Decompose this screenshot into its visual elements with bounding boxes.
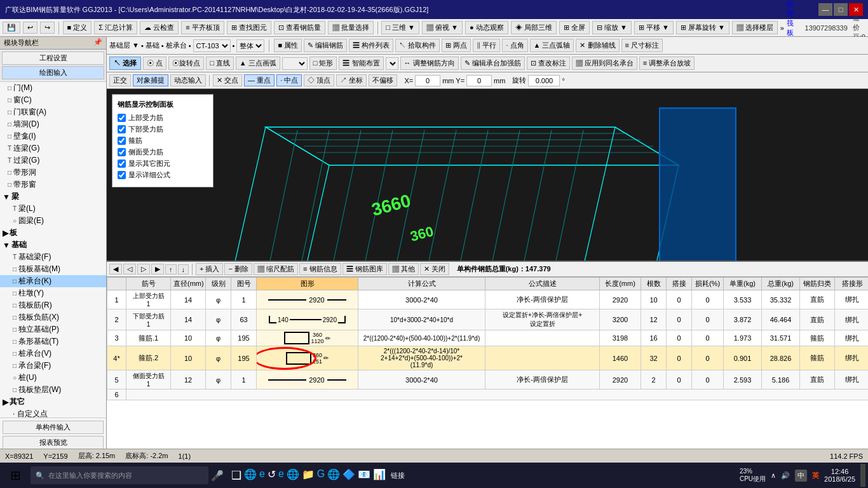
table-row[interactable]: 2 下部受力筋1 14 φ 63 140 [107, 309, 869, 330]
app1-icon[interactable]: G [317, 468, 325, 482]
sidebar-item-raft-cushion[interactable]: □ 筏板垫层(W) [0, 384, 106, 396]
rebar-library-button[interactable]: ☰ 钢筋图库 [342, 263, 387, 275]
sidebar-pin[interactable]: 📌 [93, 38, 102, 48]
taskview-icon[interactable]: ❑ [231, 468, 241, 482]
sidebar-item-lintel[interactable]: T 过梁(G) [0, 154, 106, 166]
3d-viewport[interactable]: 3660 360 251 [107, 89, 868, 261]
app2-icon[interactable]: 🌐 [327, 468, 340, 482]
other-option[interactable]: 显示其它图元 [118, 159, 208, 168]
y-input[interactable] [466, 75, 492, 86]
start-button[interactable]: ⊞ [3, 464, 28, 487]
link-label[interactable]: 链接 [391, 471, 405, 480]
nav-prev-button[interactable]: ◁ [123, 264, 136, 274]
table-row-empty[interactable]: 6 [107, 390, 869, 400]
apply-same-cap-button[interactable]: ▦ 应用到同名承台 [572, 57, 637, 70]
rect-button[interactable]: □ 矩形 [309, 57, 337, 70]
calculate-button[interactable]: Σ 汇总计算 [94, 21, 137, 34]
point-angle-button[interactable]: · 点角 [502, 39, 527, 52]
sidebar-group-beam[interactable]: ▼ 梁 [0, 191, 106, 203]
no-offset-button[interactable]: 不偏移 [369, 74, 397, 86]
find-element-button[interactable]: ⊞ 查找图元 [227, 21, 271, 34]
undo-button[interactable]: ↩ [23, 22, 37, 34]
stirrup-option[interactable]: 箍筋 [118, 136, 208, 146]
cell-shape[interactable]: 2920 [257, 370, 358, 390]
sidebar-item-strip-opening[interactable]: □ 带形洞 [0, 166, 106, 179]
sidebar-item-beam[interactable]: T 梁(L) [0, 203, 106, 215]
x-input[interactable] [415, 75, 440, 86]
line-mode-button[interactable]: □ 直线 [206, 57, 234, 70]
report-preview-button[interactable]: 报表预览 [3, 436, 104, 449]
sidebar-item-niche[interactable]: □ 壁龛(I) [0, 130, 106, 142]
sidebar-item-doorwindow[interactable]: □ 门联窗(A) [0, 106, 106, 118]
check-annotation-button[interactable]: ⊡ 查改标注 [527, 57, 570, 70]
pan-button[interactable]: ⊞ 平移 ▼ [634, 21, 674, 34]
vertex-snap[interactable]: ◇ 顶点 [304, 74, 334, 86]
edit-cap-rebar-button[interactable]: ✎ 编辑承台加强筋 [461, 57, 525, 70]
email-icon[interactable]: 📧 [358, 468, 370, 482]
bottom-rebar-checkbox[interactable] [118, 125, 126, 133]
project-settings-button[interactable]: 工程设置 [2, 51, 104, 65]
edit-rebar-button[interactable]: ✎ 编辑钢筋 [304, 39, 347, 52]
smart-selector[interactable] [386, 57, 398, 70]
cell-shape[interactable]: 360 1120 ✏ [257, 330, 358, 346]
single-element-input-button[interactable]: 单构件输入 [3, 421, 104, 434]
fullscreen-button[interactable]: ⊞ 全屏 [559, 21, 590, 34]
more-button[interactable]: » [780, 24, 784, 32]
center-snap[interactable]: · 中点 [276, 74, 302, 86]
cloud-check-button[interactable]: ☁ 云检查 [140, 21, 179, 34]
side-rebar-checkbox[interactable] [118, 148, 126, 156]
delete-button[interactable]: − 删除 [224, 263, 252, 275]
rotate-button[interactable]: ⊞ 屏幕旋转 ▼ [676, 21, 729, 34]
shape-selector[interactable] [282, 57, 308, 70]
folder-icon[interactable]: 📁 [302, 468, 315, 482]
two-point-button[interactable]: ⊞ 两点 [442, 39, 471, 52]
element-selector[interactable]: CT-103 [193, 39, 231, 52]
three-point-arc-draw[interactable]: ▲ 三点画弧 [236, 57, 280, 70]
sidebar-group-slab[interactable]: ▶ 板 [0, 227, 106, 239]
table-container[interactable]: 筋号 直径(mm) 级别 图号 图形 计算公式 公式描述 长度(mm) 根数 搭… [107, 277, 868, 449]
orthogonal-button[interactable]: 正交 [109, 74, 131, 86]
sidebar-item-column-head[interactable]: □ 柱墩(Y) [0, 287, 106, 299]
dim-note-button[interactable]: ≡ 尺寸标注 [621, 39, 663, 52]
sidebar-item-strip-window[interactable]: □ 带形窗 [0, 179, 106, 191]
nav-last-button[interactable]: ▶ [151, 264, 164, 274]
component-list-button[interactable]: ☰ 构件列表 [349, 39, 393, 52]
edit-icon[interactable]: ✏ [325, 335, 330, 342]
table-row[interactable]: 3 箍筋.1 10 φ 195 [107, 330, 869, 346]
dynamic-view-button[interactable]: ● 动态观察 [465, 21, 508, 34]
formula-checkbox[interactable] [118, 171, 126, 179]
sidebar-item-wallopening[interactable]: □ 墙洞(D) [0, 118, 106, 130]
nav-next-button[interactable]: ▷ [137, 264, 150, 274]
point-mode-button[interactable]: ☉ 点 [143, 57, 166, 70]
network-icon[interactable]: 🌐 [244, 468, 257, 482]
sidebar-item-foundation-beam[interactable]: T 基础梁(F) [0, 251, 106, 263]
view-rebar-button[interactable]: ⊡ 查看钢筋量 [274, 21, 325, 34]
side-rebar-option[interactable]: 侧面受力筋 [118, 147, 208, 157]
smart-layout-button[interactable]: ☰ 智能布置 [339, 57, 383, 70]
ie-icon[interactable]: e [259, 468, 265, 482]
nav-first-button[interactable]: ◀ [109, 264, 122, 274]
3d-button[interactable]: □ 三维 ▼ [381, 21, 419, 34]
zoom-button[interactable]: ⊟ 缩放 ▼ [592, 21, 632, 34]
select-mode-button[interactable]: ↖ 选择 [109, 57, 141, 70]
sidebar-item-raft-rebar[interactable]: □ 筏板筋(R) [0, 299, 106, 311]
sidebar-item-pile-cap-k[interactable]: □ 桩承台(K) [0, 275, 106, 287]
app3-icon[interactable]: 🔷 [342, 468, 355, 482]
top-view-button[interactable]: ▦ 俯视 ▼ [422, 21, 463, 34]
rotate-input[interactable] [528, 75, 560, 86]
delete-aux-button[interactable]: ✕ 删除辅线 [576, 39, 619, 52]
sidebar-item-cap-beam[interactable]: □ 承台梁(F) [0, 360, 106, 372]
search-bar[interactable]: 🔍 在这里输入你要搜索的内容 [31, 466, 208, 484]
sidebar-group-foundation[interactable]: ▼ 基础 [0, 239, 106, 251]
stirrup-checkbox[interactable] [118, 137, 126, 145]
adjust-rebar-dir-button[interactable]: ↔ 调整钢筋方向 [400, 57, 459, 70]
sidebar-item-pile-cap-v[interactable]: □ 桩承台(V) [0, 348, 106, 360]
ie2-icon[interactable]: 🌐 [287, 468, 299, 482]
sidebar-item-isolated-foundation[interactable]: □ 独立基础(P) [0, 323, 106, 336]
close-panel-button[interactable]: ✕ 关闭 [420, 263, 449, 275]
save-button[interactable]: 💾 [3, 22, 20, 34]
nav-down-button[interactable]: ↓ [178, 264, 189, 274]
nav-up-button[interactable]: ↑ [165, 264, 177, 274]
define-button[interactable]: ■ 定义 [63, 21, 92, 34]
sidebar-item-door[interactable]: □ 门(M) [0, 82, 106, 94]
